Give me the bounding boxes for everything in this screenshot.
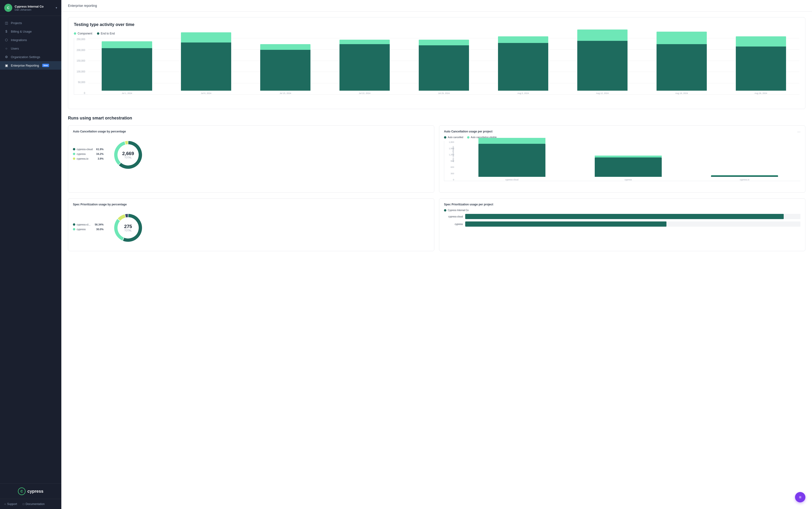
component-bar: [102, 41, 152, 48]
integrations-icon: ⬡: [4, 38, 8, 42]
donut-legend-row: cypress 34.2%: [73, 152, 104, 155]
cypress-internal-label: Cypress Internal Co: [448, 209, 469, 211]
auto-cancel-project-card: Auto Cancellation usage per project ··· …: [439, 125, 805, 193]
spec-donut-dot: [73, 228, 75, 230]
spec-bar-fill: [465, 214, 784, 219]
bar-stack: [657, 32, 707, 91]
donut-legend-left: cypress: [73, 152, 86, 155]
bar-group: Aug 5, 2024: [484, 36, 562, 95]
bar-chart-inner: 250,000200,000150,000100,00050,0000 Jul …: [74, 38, 800, 95]
documentation-link[interactable]: □ Documentation: [23, 502, 45, 506]
spec-bar-row: cypress-cloud: [444, 214, 801, 219]
chevron-down-icon: ▾: [56, 6, 57, 9]
donut-item-pct: 3.9%: [98, 157, 104, 160]
bar-stack: [339, 40, 390, 91]
sidebar-item-billing[interactable]: $ Billing & Usage: [0, 27, 61, 36]
per-project-bar-group: cypress-cloud: [456, 138, 567, 181]
spec-donut-label: TOTAL: [124, 229, 132, 232]
sidebar-item-label: Organization Settings: [11, 55, 40, 59]
h-y-label: 600: [444, 166, 455, 168]
testing-type-card: Testing type activity over time Componen…: [68, 17, 805, 109]
e2e-bar: [102, 48, 152, 91]
y-axis-label: 50,000: [74, 81, 87, 83]
sidebar-item-enterprise-reporting[interactable]: ▣ Enterprise Reporting New: [0, 61, 61, 70]
donut-legend-row: cypress-cloud 61.9%: [73, 148, 104, 150]
spec-grid: Spec Prioritization usage by percentage …: [68, 198, 805, 251]
orchestration-grid: Auto Cancellation usage by percentage cy…: [68, 125, 805, 193]
spec-bar-label: cypress: [444, 223, 463, 226]
users-icon: ○: [4, 46, 8, 50]
component-label: Component: [78, 32, 92, 35]
bar-date-label: Aug 26, 2024: [754, 92, 767, 95]
e2e-bar: [339, 44, 390, 91]
main-content: Enterprise reporting Testing type activi…: [61, 0, 812, 509]
bar-stack: [498, 36, 548, 91]
bar-group: Jul 22, 2024: [326, 40, 403, 95]
sidebar-item-projects[interactable]: ◫ Projects: [0, 19, 61, 27]
per-project-bar-chart: 1,8001,5001,2009006003000 Auto cancellat…: [444, 141, 801, 188]
auto-cancel-project-title: Auto Cancellation usage per project: [444, 130, 492, 133]
bar-group: Jul 1, 2024: [88, 41, 165, 95]
sidebar-item-label: Enterprise Reporting: [11, 64, 39, 67]
e2e-bar: [736, 46, 786, 91]
donut-dot: [73, 153, 75, 155]
donut-center: 2,669 TOTAL: [122, 151, 134, 159]
spec-bar-track: [465, 222, 801, 227]
bar-group: Aug 12, 2024: [563, 30, 641, 95]
spec-donut-item-name: cypress: [77, 228, 86, 231]
spec-donut-container: cypress-cl... 56.34% cypress 30.0% 275 T…: [73, 209, 429, 247]
spec-donut-svg-wrap: 275 TOTAL: [109, 209, 147, 247]
donut-item-pct: 34.2%: [96, 152, 104, 155]
spec-bar-chart: cypress-cloudcypress: [444, 214, 801, 227]
auto-cancel-y-label: Auto cancellation: [452, 146, 454, 162]
component-bar: [419, 40, 469, 45]
e2e-bar: [498, 43, 548, 91]
bar-stack: [260, 44, 310, 91]
y-axis: 250,000200,000150,000100,00050,0000: [74, 38, 87, 95]
cancelled-bar: [478, 144, 545, 177]
donut-legend-left: cypress-cloud: [73, 148, 93, 150]
cypress-logo: C cypress: [18, 487, 43, 495]
bar-stack: [419, 40, 469, 91]
sidebar-item-label: Billing & Usage: [11, 30, 32, 33]
per-project-xlabel: cypress-cloud: [505, 178, 519, 181]
org-info: Cypress Internal Co Dan Johansen: [14, 5, 53, 11]
spec-donut-legend: cypress-cl... 56.34% cypress 30.0%: [73, 223, 104, 233]
sidebar-item-org-settings[interactable]: ⚙ Organization Settings: [0, 53, 61, 61]
component-bar: [657, 32, 707, 44]
more-menu-icon[interactable]: ···: [798, 130, 801, 134]
sidebar: C Cypress Internal Co Dan Johansen ▾ ◫ P…: [0, 0, 61, 509]
donut-item-pct: 61.9%: [96, 148, 104, 150]
e2e-bar: [657, 44, 707, 91]
bar-date-label: Jul 22, 2024: [359, 92, 370, 95]
bar-date-label: Jul 1, 2024: [122, 92, 132, 95]
donut-legend-row: cypress.io 3.9%: [73, 157, 104, 160]
help-button[interactable]: ≡: [795, 492, 805, 502]
legend-component: Component: [74, 32, 92, 35]
spec-donut-legend-row: cypress 30.0%: [73, 228, 104, 231]
bar-group: Jul 8, 2024: [168, 32, 245, 95]
component-bar: [577, 30, 628, 41]
bar-date-label: Aug 19, 2024: [675, 92, 688, 95]
support-icon: ○: [4, 502, 6, 506]
spec-donut-item-pct: 56.34%: [95, 223, 104, 226]
component-dot: [74, 32, 76, 35]
bar-stack: [181, 32, 231, 91]
sidebar-item-integrations[interactable]: ⬡ Integrations: [0, 36, 61, 44]
e2e-bar: [419, 45, 469, 91]
sidebar-item-users[interactable]: ○ Users: [0, 44, 61, 53]
bar-date-label: Jul 15, 2024: [280, 92, 291, 95]
spec-donut-center: 275 TOTAL: [124, 224, 132, 232]
y-axis-label: 150,000: [74, 60, 87, 62]
spec-donut-item-pct: 30.0%: [96, 228, 104, 231]
bar-group: Jul 15, 2024: [247, 44, 324, 95]
donut-container: cypress-cloud 61.9% cypress 34.2% cypres…: [73, 136, 429, 174]
cypress-logo-icon: C: [18, 487, 26, 495]
org-selector[interactable]: C Cypress Internal Co Dan Johansen ▾: [0, 0, 61, 16]
support-link[interactable]: ○ Support: [4, 502, 17, 506]
per-project-xlabel: cypress: [624, 178, 632, 181]
spec-pct-card: Spec Prioritization usage by percentage …: [68, 198, 434, 251]
sidebar-item-label: Integrations: [11, 38, 27, 42]
spec-bar-fill: [465, 222, 666, 227]
h-y-label: 300: [444, 172, 455, 175]
